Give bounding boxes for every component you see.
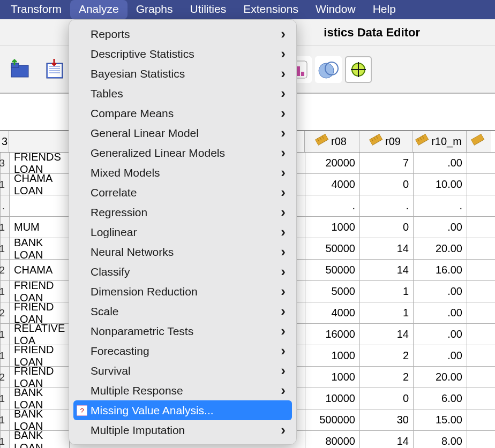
row-label-cell[interactable]: FRIEND LOAN: [9, 367, 69, 388]
cell-r09[interactable]: 2: [359, 367, 413, 388]
cell-r08[interactable]: 16000: [305, 324, 359, 345]
row-label-cell[interactable]: [9, 195, 69, 216]
row-index-cell[interactable]: 1: [0, 174, 9, 195]
cell-r10[interactable]: .00: [413, 302, 467, 323]
menu-item-scale[interactable]: Scale›: [73, 301, 292, 321]
row-label-cell[interactable]: FRIEND LOAN: [9, 281, 69, 302]
menu-item-loglinear[interactable]: Loglinear›: [73, 222, 292, 242]
row-index-cell[interactable]: 1: [0, 409, 9, 430]
cell-r09[interactable]: 2: [359, 345, 413, 366]
menu-item-nonparametric-tests[interactable]: Nonparametric Tests›: [73, 321, 292, 341]
cell-r10[interactable]: .: [413, 195, 467, 216]
menu-item-neural-networks[interactable]: Neural Networks›: [73, 242, 292, 262]
cell-r10[interactable]: 16.00: [413, 260, 467, 280]
menu-analyze[interactable]: Analyze: [70, 0, 128, 19]
cell-r09[interactable]: 14: [359, 260, 413, 280]
cell-r08[interactable]: 4000: [305, 174, 359, 195]
cell-r10[interactable]: .00: [413, 153, 467, 173]
cell-r10[interactable]: 10.00: [413, 174, 467, 195]
cell-r10[interactable]: 20.00: [413, 367, 467, 388]
cell-r09[interactable]: 1: [359, 281, 413, 302]
menu-item-classify[interactable]: Classify›: [73, 262, 292, 282]
cell-next[interactable]: [467, 260, 491, 280]
row-label-cell[interactable]: RELATIVE LOA: [9, 324, 69, 345]
cell-r09[interactable]: .: [359, 195, 413, 216]
cell-next[interactable]: [467, 388, 491, 409]
cell-r08[interactable]: 50000: [305, 238, 359, 259]
menu-item-generalized-linear-models[interactable]: Generalized Linear Models›: [73, 143, 292, 163]
cell-r10[interactable]: .00: [413, 345, 467, 366]
menu-item-compare-means[interactable]: Compare Means›: [73, 103, 292, 123]
menu-item-descriptive-statistics[interactable]: Descriptive Statistics›: [73, 44, 292, 64]
row-index-cell[interactable]: 1: [0, 345, 9, 366]
row-index-cell[interactable]: 1: [0, 431, 9, 448]
column-header-next[interactable]: [466, 131, 491, 152]
column-header-r09[interactable]: r09: [359, 131, 412, 152]
menu-item-reports[interactable]: Reports›: [73, 24, 292, 44]
cell-r09[interactable]: 30: [359, 409, 413, 430]
cell-r08[interactable]: 10000: [305, 388, 359, 409]
menu-item-forecasting[interactable]: Forecasting›: [73, 341, 292, 361]
row-label-cell[interactable]: BANK LOAN: [9, 409, 69, 430]
cell-r10[interactable]: .00: [413, 281, 467, 302]
cell-r10[interactable]: 8.00: [413, 431, 467, 448]
cell-next[interactable]: [467, 367, 491, 388]
cell-next[interactable]: [467, 153, 491, 173]
cell-next[interactable]: [467, 217, 491, 238]
row-index-cell[interactable]: 1: [0, 217, 9, 238]
cell-r09[interactable]: 1: [359, 302, 413, 323]
row-label-cell[interactable]: BANK LOAN: [9, 238, 69, 259]
row-label-cell[interactable]: CHAMA LOAN: [9, 174, 69, 195]
cell-r09[interactable]: 14: [359, 324, 413, 345]
row-label-cell[interactable]: CHAMA: [9, 260, 69, 280]
cell-next[interactable]: [467, 409, 491, 430]
row-index-cell[interactable]: 1: [0, 281, 9, 302]
cell-next[interactable]: [467, 174, 491, 195]
row-index-cell[interactable]: 3: [0, 153, 9, 173]
cell-r08[interactable]: 20000: [305, 153, 359, 173]
cell-r10[interactable]: .00: [413, 324, 467, 345]
menu-item-correlate[interactable]: Correlate›: [73, 183, 292, 202]
cell-next[interactable]: [467, 345, 491, 366]
cell-next[interactable]: [467, 281, 491, 302]
cell-r08[interactable]: 500000: [305, 409, 359, 430]
cell-r09[interactable]: 14: [359, 238, 413, 259]
row-index-cell[interactable]: 2: [0, 302, 9, 323]
cell-next[interactable]: [467, 238, 491, 259]
cell-r08[interactable]: 50000: [305, 260, 359, 280]
row-label-cell[interactable]: MUM: [9, 217, 69, 238]
menu-item-tables[interactable]: Tables›: [73, 83, 292, 103]
row-label-cell[interactable]: BANK LOAN: [9, 388, 69, 409]
cell-next[interactable]: [467, 195, 491, 216]
menu-item-missing-value-analysis[interactable]: ?Missing Value Analysis...: [73, 400, 292, 420]
row-label-cell[interactable]: FRIEND LOAN: [9, 302, 69, 323]
row-index-cell[interactable]: 2: [0, 260, 9, 280]
menu-item-bayesian-statistics[interactable]: Bayesian Statistics›: [73, 64, 292, 83]
cell-r08[interactable]: 1000: [305, 345, 359, 366]
menu-window[interactable]: Window: [307, 0, 364, 19]
menu-item-dimension-reduction[interactable]: Dimension Reduction›: [73, 282, 292, 301]
row-index-cell[interactable]: 1: [0, 388, 9, 409]
cell-r10[interactable]: 20.00: [413, 238, 467, 259]
menu-item-multiple-response[interactable]: Multiple Response›: [73, 381, 292, 400]
menu-extensions[interactable]: Extensions: [235, 0, 307, 19]
cell-r10[interactable]: 6.00: [413, 388, 467, 409]
open-file-button[interactable]: [8, 56, 34, 83]
menu-help[interactable]: Help: [364, 0, 404, 19]
menu-item-multiple-imputation[interactable]: Multiple Imputation›: [73, 420, 292, 440]
menu-item-mixed-models[interactable]: Mixed Models›: [73, 163, 292, 183]
menu-utilities[interactable]: Utilities: [182, 0, 235, 19]
row-label-cell[interactable]: FRIEND LOAN: [9, 345, 69, 366]
column-header-r08[interactable]: r08: [304, 131, 359, 152]
cell-r10[interactable]: .00: [413, 217, 467, 238]
menu-graphs[interactable]: Graphs: [128, 0, 182, 19]
menu-transform[interactable]: Transform: [2, 0, 70, 19]
cell-r09[interactable]: 7: [359, 153, 413, 173]
row-index-cell[interactable]: 1: [0, 324, 9, 345]
cell-r09[interactable]: 0: [359, 217, 413, 238]
row-index-cell[interactable]: 1: [0, 238, 9, 259]
column-header-r10[interactable]: r10_m: [412, 131, 466, 152]
menu-item-regression[interactable]: Regression›: [73, 202, 292, 222]
cell-r08[interactable]: 5000: [305, 281, 359, 302]
cell-r08[interactable]: 1000: [305, 217, 359, 238]
